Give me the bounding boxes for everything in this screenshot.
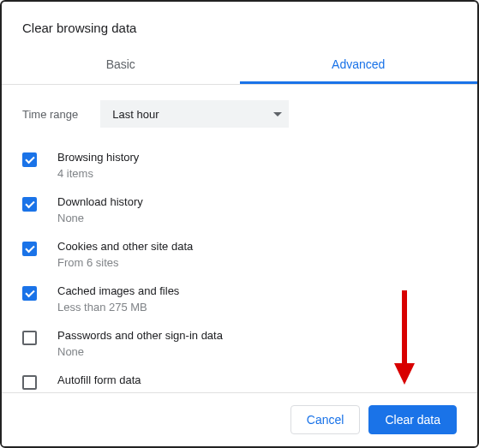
time-range-label: Time range bbox=[22, 108, 78, 121]
tab-advanced[interactable]: Advanced bbox=[240, 47, 478, 84]
item-subtitle: None bbox=[57, 212, 457, 224]
checkbox[interactable] bbox=[22, 197, 37, 212]
chevron-down-icon bbox=[273, 112, 282, 116]
item-title: Autofill form data bbox=[57, 373, 457, 386]
time-range-value: Last hour bbox=[112, 108, 159, 121]
item-title: Browsing history bbox=[57, 151, 457, 164]
item-text: Passwords and other sign-in data None bbox=[57, 329, 457, 358]
dialog-header: Clear browsing data bbox=[2, 2, 477, 47]
time-range-row: Time range Last hour bbox=[22, 85, 457, 143]
item-text: Cached images and files Less than 275 MB bbox=[57, 284, 457, 314]
time-range-select[interactable]: Last hour bbox=[100, 100, 289, 128]
checkbox[interactable] bbox=[22, 242, 37, 256]
dialog-title: Clear browsing data bbox=[22, 21, 457, 35]
item-text: Cookies and other site data From 6 sites bbox=[57, 240, 457, 269]
list-item: Download history None bbox=[22, 188, 457, 232]
tabs: Basic Advanced bbox=[2, 47, 477, 85]
list-item: Cookies and other site data From 6 sites bbox=[22, 232, 457, 277]
item-text: Download history None bbox=[57, 195, 457, 224]
checkbox[interactable] bbox=[22, 375, 37, 390]
checkbox[interactable] bbox=[22, 331, 37, 345]
content-area[interactable]: Time range Last hour Browsing history 4 … bbox=[2, 85, 477, 403]
list-item: Cached images and files Less than 275 MB bbox=[22, 277, 457, 321]
item-text: Browsing history 4 items bbox=[57, 151, 457, 180]
item-title: Passwords and other sign-in data bbox=[57, 329, 457, 342]
item-title: Cached images and files bbox=[57, 284, 457, 297]
checkbox[interactable] bbox=[22, 152, 37, 167]
checkbox[interactable] bbox=[22, 286, 37, 301]
item-subtitle: From 6 sites bbox=[57, 256, 457, 269]
list-item: Browsing history 4 items bbox=[22, 143, 457, 188]
item-subtitle: Less than 275 MB bbox=[57, 301, 457, 314]
item-subtitle: 4 items bbox=[57, 167, 457, 180]
clear-data-button[interactable]: Clear data bbox=[368, 405, 457, 434]
tab-basic[interactable]: Basic bbox=[2, 47, 240, 84]
list-item: Passwords and other sign-in data None bbox=[22, 321, 457, 366]
cancel-button[interactable]: Cancel bbox=[290, 405, 361, 434]
dialog-footer: Cancel Clear data bbox=[2, 392, 477, 446]
item-title: Download history bbox=[57, 195, 457, 208]
item-subtitle: None bbox=[57, 345, 457, 358]
item-text: Autofill form data bbox=[57, 373, 457, 390]
item-title: Cookies and other site data bbox=[57, 240, 457, 253]
